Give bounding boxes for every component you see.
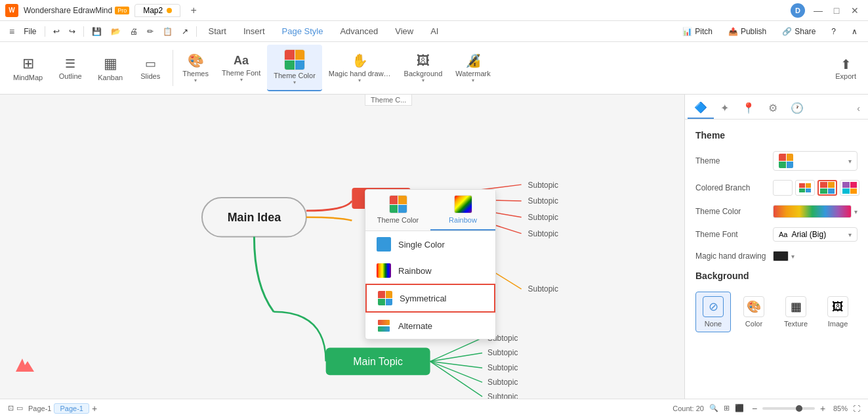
theme-font-arrow: ▾ — [848, 231, 852, 238]
dropdown-tab-rainbow[interactable]: Rainbow — [430, 190, 495, 230]
canvas[interactable]: Main Idea Main Subtopic Subtopic Subtopi… — [0, 95, 684, 399]
minimize-button[interactable]: — — [810, 3, 826, 18]
theme-font-selector[interactable]: Aa Arial (Big) ▾ — [773, 227, 858, 242]
tab-start[interactable]: Start — [201, 24, 234, 39]
app-logo: W — [5, 4, 18, 17]
tab-page-style[interactable]: Page Style — [274, 24, 331, 39]
panel-tab-history[interactable]: 🕐 — [784, 98, 810, 118]
menubar-separator-2 — [83, 26, 84, 37]
pitch-button[interactable]: 📊Pitch — [677, 25, 718, 38]
theme-color-dropdown-arrow[interactable]: ▾ — [854, 208, 858, 215]
file-menu[interactable]: File — [20, 25, 40, 38]
magic-hand-dropdown-arrow[interactable]: ▾ — [791, 253, 795, 260]
clipboard-button[interactable]: 📋 — [159, 25, 176, 38]
theme-color-button[interactable]: Theme Color ▾ — [267, 45, 322, 91]
bg-option-texture[interactable]: ▦ Texture — [777, 292, 815, 332]
dropdown-item-single-color[interactable]: Single Color — [365, 231, 495, 257]
cb-option-1[interactable] — [773, 180, 793, 196]
dropdown-item-symmetrical[interactable]: Symmetrical — [365, 284, 495, 313]
window-controls: — □ ✕ — [810, 3, 863, 18]
publish-button[interactable]: 📤Publish — [723, 25, 772, 38]
watermark-button[interactable]: 🔏 Watermark ▾ — [449, 45, 497, 91]
bg-texture-label: Texture — [784, 320, 808, 328]
unsaved-dot — [167, 8, 172, 13]
search-icon[interactable]: 🔍 — [709, 404, 718, 412]
save-button[interactable]: 💾 — [88, 25, 106, 38]
close-button[interactable]: ✕ — [847, 3, 863, 18]
kanban-view-button[interactable]: ▦ Kanban — [90, 45, 131, 91]
dropdown-item-rainbow[interactable]: Rainbow — [365, 257, 495, 284]
redo-button[interactable]: ↪ — [65, 25, 79, 38]
add-page-button[interactable]: + — [92, 403, 97, 414]
maximize-button[interactable]: □ — [829, 3, 844, 18]
svg-text:Subtopic: Subtopic — [528, 196, 558, 206]
svg-text:Subtopic: Subtopic — [487, 348, 518, 357]
theme-section-title: Theme — [695, 130, 858, 141]
bg-texture-icon: ▦ — [785, 296, 806, 317]
help-button[interactable]: ? — [826, 25, 841, 38]
magic-hand-row-label: Magic hand drawing — [695, 252, 768, 261]
dropdown-header: Theme Color Rainbow — [365, 190, 495, 231]
right-panel: 🔷 ✦ 📍 ⚙ 🕐 ‹ Theme Theme — [684, 95, 868, 399]
single-color-icon — [376, 236, 392, 252]
slides-icon: ▭ — [145, 56, 156, 71]
slides-view-button[interactable]: ▭ Slides — [131, 45, 170, 91]
cb-option-4[interactable] — [840, 180, 859, 196]
cb-option-3[interactable] — [817, 180, 837, 196]
zoom-minus-button[interactable]: − — [749, 403, 760, 414]
undo-button[interactable]: ↩ — [49, 25, 64, 38]
panel-collapse-button[interactable]: ‹ — [852, 100, 865, 116]
print-button[interactable]: 🖨 — [126, 25, 142, 38]
tab-insert[interactable]: Insert — [236, 24, 273, 39]
bg-option-color[interactable]: 🎨 Color — [736, 292, 772, 332]
fullscreen-button[interactable]: ⛶ — [853, 405, 860, 412]
collapse-ribbon-button[interactable]: ∧ — [846, 25, 863, 38]
panel-tab-settings[interactable]: ⚙ — [762, 98, 784, 118]
tab-ai[interactable]: AI — [423, 24, 446, 39]
theme-selector[interactable]: ▾ — [773, 151, 858, 171]
share-button[interactable]: 🔗Share — [777, 25, 821, 38]
menu-toggle-button[interactable]: ≡ — [5, 24, 18, 39]
statusbar: ⊡ ▭ Page-1 Page-1 + Count: 20 🔍 ⊞ ⬛ − + … — [0, 399, 868, 417]
dropdown-item-alternate[interactable]: Alternate — [365, 313, 495, 339]
fit-view-button[interactable]: ⊡ — [8, 404, 14, 412]
zoom-plus-button[interactable]: + — [817, 403, 828, 414]
right-panel-tabs: 🔷 ✦ 📍 ⚙ 🕐 ‹ — [685, 95, 868, 120]
bg-option-none[interactable]: ⊘ None — [695, 292, 731, 332]
edit-button[interactable]: ✏ — [143, 25, 157, 38]
bg-option-image[interactable]: 🖼 Image — [820, 292, 856, 332]
user-avatar[interactable]: D — [791, 3, 805, 18]
dropdown-tab-theme-color[interactable]: Theme Color — [365, 190, 430, 230]
background-button[interactable]: 🖼 Background ▾ — [398, 45, 449, 91]
theme-font-button[interactable]: Aa Theme Font ▾ — [215, 45, 267, 91]
panel-tab-location[interactable]: 📍 — [735, 98, 762, 118]
theme-font-arrow: ▾ — [240, 77, 243, 83]
actual-size-button[interactable]: ▭ — [16, 404, 23, 412]
zoom-slider[interactable] — [762, 407, 815, 410]
magic-hand-color-swatch[interactable] — [773, 251, 789, 261]
open-button[interactable]: 📂 — [107, 25, 125, 38]
outline-view-button[interactable]: ☰ Outline — [51, 45, 90, 91]
zoom-out-icon[interactable]: ⬛ — [735, 404, 744, 412]
active-tab[interactable]: Map2 — [134, 4, 180, 17]
export-quick-button[interactable]: ↗ — [178, 25, 192, 38]
page-label: Page-1 — [28, 405, 51, 412]
themes-arrow: ▾ — [194, 77, 197, 83]
theme-color-strip[interactable] — [773, 205, 852, 218]
cb-option-2[interactable] — [795, 180, 815, 196]
fit-page-button[interactable]: ⊞ — [724, 404, 730, 412]
panel-tab-style[interactable]: ✦ — [714, 98, 735, 118]
theme-color-label: Theme Color — [274, 72, 316, 79]
zoom-thumb — [796, 405, 802, 412]
tab-advanced[interactable]: Advanced — [332, 24, 386, 39]
active-page-tab[interactable]: Page-1 — [54, 403, 89, 414]
tab-view[interactable]: View — [387, 24, 421, 39]
themes-button[interactable]: 🎨 Themes ▾ — [176, 45, 215, 91]
magic-hand-button[interactable]: ✋ Magic hand draw… ▾ — [322, 45, 398, 91]
svg-text:Subtopic: Subtopic — [487, 378, 518, 387]
export-button[interactable]: ⬆ Export — [829, 45, 863, 91]
mindmap-view-button[interactable]: ⊞ MindMap — [5, 45, 51, 91]
panel-tab-format[interactable]: 🔷 — [688, 97, 714, 119]
theme-color-dropdown[interactable]: Theme Color Rainbow Single Color — [365, 189, 496, 340]
new-tab-button[interactable]: + — [186, 3, 201, 18]
